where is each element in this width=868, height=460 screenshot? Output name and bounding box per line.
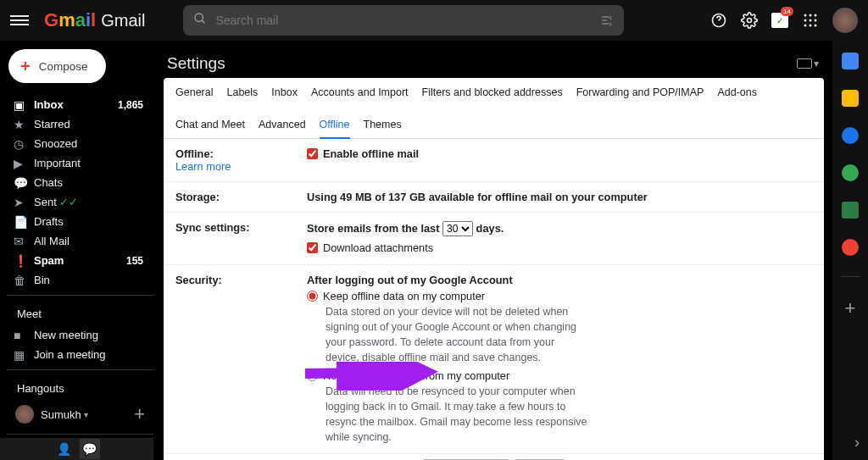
tab-inbox[interactable]: Inbox: [271, 86, 298, 105]
tab-add-ons[interactable]: Add-ons: [717, 86, 757, 105]
tab-themes[interactable]: Themes: [364, 119, 402, 138]
contacts-addon-icon[interactable]: [842, 164, 859, 181]
search-options-icon[interactable]: [598, 12, 615, 29]
send-icon: ➤: [14, 196, 34, 209]
settings-icon[interactable]: [741, 12, 758, 29]
tab-accounts-and-import[interactable]: Accounts and Import: [311, 86, 409, 105]
get-addons-icon[interactable]: +: [845, 297, 856, 319]
search-bar[interactable]: [183, 5, 624, 36]
svg-point-0: [195, 14, 203, 21]
nav-sent[interactable]: ➤Sent ✓✓: [7, 192, 153, 212]
svg-point-10: [804, 25, 807, 27]
download-attachments-checkbox[interactable]: Download attachments: [307, 241, 433, 254]
app-name: Gmail: [101, 11, 145, 30]
app-header: Gmail Gmail ✓ 14: [0, 0, 868, 41]
enable-offline-checkbox[interactable]: Enable offline mail: [307, 147, 419, 160]
nav-chats[interactable]: 💬Chats: [7, 173, 153, 192]
inbox-icon: ▣: [14, 98, 34, 112]
collapse-panel-icon[interactable]: ›: [854, 434, 860, 452]
learn-more-link[interactable]: Learn more: [175, 160, 307, 173]
svg-point-4: [804, 14, 807, 17]
sync-days-select[interactable]: 30: [442, 221, 473, 236]
tab-labels[interactable]: Labels: [226, 86, 258, 105]
nav-important[interactable]: ▶Important: [7, 153, 153, 173]
remove-data-radio[interactable]: Remove offline data from my computer: [307, 369, 509, 382]
security-section: Security: After logging out of my Google…: [164, 265, 824, 454]
tab-filters-and-blocked-addresses[interactable]: Filters and blocked addresses: [422, 86, 563, 105]
compose-button[interactable]: + Compose: [8, 49, 106, 83]
tab-chat-and-meet[interactable]: Chat and Meet: [175, 119, 245, 138]
input-tools-button[interactable]: ▾: [797, 58, 824, 69]
main-menu-icon[interactable]: [10, 13, 29, 28]
promo-icon[interactable]: ✓ 14: [771, 12, 788, 29]
tab-forwarding-and-pop-imap[interactable]: Forwarding and POP/IMAP: [576, 86, 704, 105]
header-actions: ✓ 14: [710, 8, 858, 33]
support-icon[interactable]: [710, 12, 727, 29]
tab-advanced[interactable]: Advanced: [259, 119, 306, 138]
person-icon[interactable]: 👤: [54, 439, 75, 459]
svg-point-5: [810, 14, 812, 17]
svg-point-9: [815, 19, 817, 22]
bin-icon: 🗑: [14, 274, 34, 287]
arrow-icon: ▶: [14, 157, 34, 170]
nav-snoozed[interactable]: ◷Snoozed: [7, 134, 153, 153]
star-icon: ★: [14, 118, 34, 131]
nav-bin[interactable]: 🗑Bin: [7, 270, 153, 290]
new-meeting[interactable]: ■New meeting: [7, 325, 153, 345]
search-input[interactable]: [215, 14, 614, 27]
meet-header: Meet: [7, 301, 153, 325]
svg-point-12: [815, 25, 817, 27]
tab-general[interactable]: General: [175, 86, 213, 105]
svg-point-11: [810, 25, 812, 27]
apps-icon[interactable]: [802, 12, 819, 29]
nav-all-mail[interactable]: ✉All Mail: [7, 231, 153, 251]
nav-spam[interactable]: ❗Spam155: [7, 251, 153, 270]
nav-drafts[interactable]: 📄Drafts: [7, 212, 153, 231]
keep-addon-icon[interactable]: [842, 90, 859, 107]
sync-section: Sync settings: Store emails from the las…: [164, 213, 824, 265]
svg-point-7: [804, 19, 807, 22]
search-icon: [193, 12, 207, 29]
keep-data-radio[interactable]: Keep offline data on my computer: [307, 290, 485, 302]
addon-icon-2[interactable]: [842, 239, 859, 256]
svg-point-3: [748, 19, 752, 23]
user-avatar: [15, 405, 34, 424]
chat-bubble-icon[interactable]: 💬: [80, 439, 100, 459]
bottom-bar: 👤 💬: [0, 438, 153, 460]
svg-point-6: [815, 14, 817, 17]
storage-section: Storage: Using 49 MB of 137 GB available…: [164, 182, 824, 213]
calendar-addon-icon[interactable]: [842, 53, 859, 69]
chat-icon: 💬: [14, 176, 34, 190]
button-row: Save Changes Cancel: [164, 454, 824, 460]
clock-icon: ◷: [14, 137, 34, 151]
join-meeting[interactable]: ▦Join a meeting: [7, 345, 153, 364]
nav-starred[interactable]: ★Starred: [7, 114, 153, 134]
main-content: Settings ▾ GeneralLabelsInboxAccounts an…: [153, 41, 832, 460]
file-icon: 📄: [14, 215, 34, 229]
sidebar: + Compose ▣Inbox1,865★Starred◷Snoozed▶Im…: [0, 41, 153, 460]
side-panel: +: [832, 41, 868, 460]
svg-line-1: [202, 20, 204, 23]
mail-icon: ✉: [14, 235, 34, 248]
gmail-m-icon: Gmail: [44, 9, 96, 31]
settings-panel: GeneralLabelsInboxAccounts and ImportFil…: [164, 78, 824, 460]
svg-point-8: [810, 19, 812, 22]
offline-section: Offline: Learn more Enable offline mail: [164, 139, 824, 182]
page-title: Settings: [167, 54, 225, 73]
plus-icon: +: [20, 58, 31, 75]
nav-inbox[interactable]: ▣Inbox1,865: [7, 95, 153, 114]
addon-icon[interactable]: [842, 202, 859, 219]
add-contact-icon[interactable]: +: [134, 403, 145, 425]
settings-tabs: GeneralLabelsInboxAccounts and ImportFil…: [164, 78, 824, 139]
spam-icon: ❗: [14, 254, 34, 268]
hangouts-user-row[interactable]: Sumukh ▾ +: [7, 400, 153, 429]
account-avatar[interactable]: [832, 8, 858, 33]
tasks-addon-icon[interactable]: [842, 127, 859, 144]
hangouts-username: Sumukh: [41, 408, 81, 421]
gmail-logo[interactable]: Gmail Gmail: [44, 9, 145, 31]
hangouts-header: Hangouts: [7, 375, 153, 400]
tab-offline[interactable]: Offline: [320, 119, 350, 139]
